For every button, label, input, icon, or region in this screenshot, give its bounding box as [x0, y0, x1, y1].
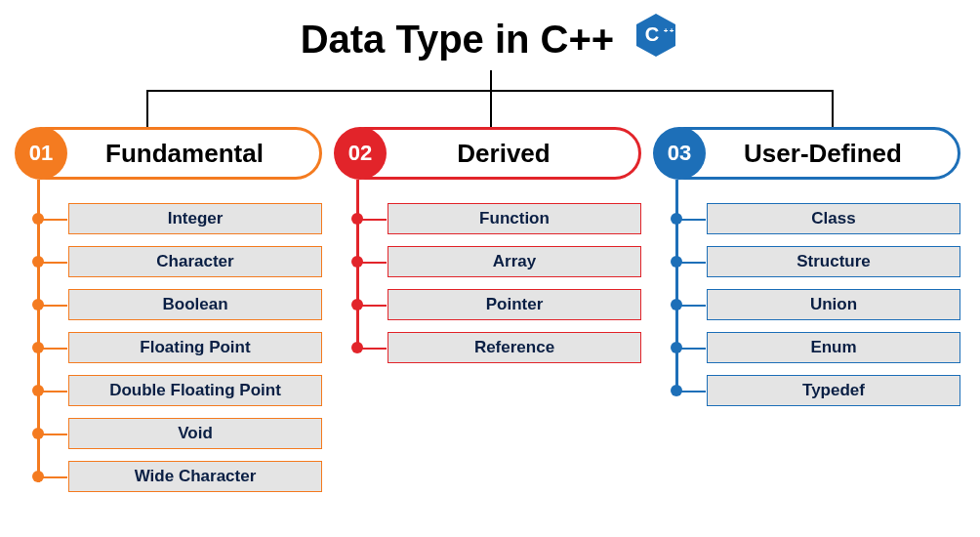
svg-text:+: + — [670, 26, 674, 35]
cpp-logo-icon: C + + — [633, 12, 679, 67]
columns-container: 01 Fundamental Integer Character Boolean… — [0, 127, 980, 504]
svg-text:+: + — [664, 26, 669, 35]
group-header-derived: 02 Derived — [339, 127, 641, 180]
list-item: Structure — [707, 246, 960, 277]
list-item: Class — [707, 203, 960, 234]
list-item: Enum — [707, 332, 960, 363]
group-derived: 02 Derived Function Array Pointer Refere… — [339, 127, 641, 504]
list-item: Reference — [388, 332, 641, 363]
title-text: Data Type in C++ — [301, 18, 615, 61]
list-item: Double Floating Point — [68, 375, 322, 406]
svg-text:C: C — [645, 23, 659, 45]
list-item: Void — [68, 418, 322, 449]
group-user-defined: 03 User-Defined Class Structure Union En… — [658, 127, 960, 504]
group-header-user-defined: 03 User-Defined — [658, 127, 960, 180]
items-list: Function Array Pointer Reference — [339, 203, 641, 363]
list-item: Union — [707, 289, 960, 320]
list-item: Array — [388, 246, 641, 277]
list-item: Pointer — [388, 289, 641, 320]
list-item: Boolean — [68, 289, 322, 320]
group-number-badge: 02 — [334, 127, 387, 180]
group-number-badge: 03 — [653, 127, 706, 180]
list-item: Character — [68, 246, 322, 277]
list-item: Typedef — [707, 375, 960, 406]
items-list: Integer Character Boolean Floating Point… — [20, 203, 322, 492]
group-fundamental: 01 Fundamental Integer Character Boolean… — [20, 127, 322, 504]
diagram-title: Data Type in C++ C + + — [0, 12, 980, 67]
group-number-badge: 01 — [15, 127, 67, 180]
group-header-fundamental: 01 Fundamental — [20, 127, 322, 180]
list-item: Integer — [68, 203, 322, 234]
list-item: Floating Point — [68, 332, 322, 363]
items-list: Class Structure Union Enum Typedef — [658, 203, 960, 406]
list-item: Function — [388, 203, 641, 234]
list-item: Wide Character — [68, 461, 322, 492]
